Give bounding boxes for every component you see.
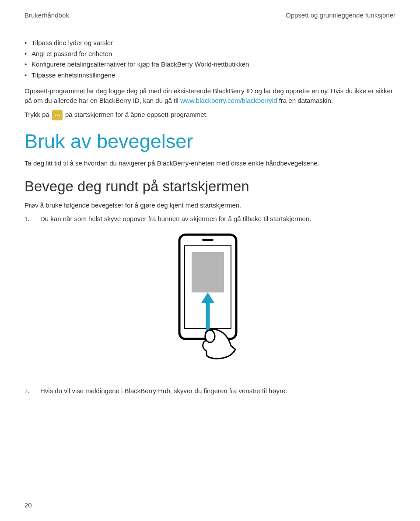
svg-point-1 (57, 114, 58, 116)
page-header: Brukerhåndbok Oppsett og grunnleggende f… (24, 11, 396, 19)
list-item: Tilpasse enhetsinnstillingene (24, 70, 396, 81)
setup-bullet-list: Tilpass dine lyder og varsler Angi et pa… (24, 38, 396, 80)
gear-icon (54, 112, 61, 119)
step-text: Du kan når som helst skyve oppover fra b… (40, 214, 311, 224)
setup-app-icon (52, 110, 63, 120)
para-text-after: fra en datamaskin. (277, 97, 333, 104)
phone-swipe-icon (166, 233, 254, 360)
svg-rect-5 (192, 252, 224, 292)
svg-rect-6 (202, 239, 214, 241)
step-text: Hvis du vil vise meldingene i BlackBerry… (40, 386, 287, 396)
home-screen-intro: Prøv å bruke følgende bevegelser for å g… (24, 201, 396, 210)
swipe-up-illustration (24, 233, 396, 360)
blackberryid-link[interactable]: www.blackberry.com/blackberryid (180, 97, 277, 104)
gestures-intro: Ta deg litt tid til å se hvordan du navi… (24, 158, 396, 168)
page-number: 20 (24, 501, 32, 509)
setup-paragraph: Oppsett-programmet lar deg logge deg på … (24, 86, 396, 106)
step-2: 2. Hvis du vil vise meldingene i BlackBe… (24, 386, 396, 396)
step-number: 1. (24, 214, 32, 224)
list-item: Tilpass dine lyder og varsler (24, 38, 396, 48)
header-left: Brukerhåndbok (24, 11, 69, 19)
tap-text-before: Trykk på (24, 110, 49, 120)
heading-gestures: Bruk av bevegelser (24, 130, 396, 153)
svg-point-2 (59, 114, 60, 116)
svg-point-0 (55, 114, 56, 116)
list-item: Konfigurere betalingsalternativer for kj… (24, 60, 396, 70)
tap-instruction: Trykk på på startskjermen for å åpne opp… (24, 110, 396, 120)
header-right: Oppsett og grunnleggende funksjoner (286, 11, 396, 19)
heading-home-screen: Bevege deg rundt på startskjermen (24, 178, 396, 195)
list-item: Angi et passord for enheten (24, 49, 396, 59)
step-1: 1. Du kan når som helst skyve oppover fr… (24, 214, 396, 224)
tap-text-after: på startskjermen for å åpne oppsett-prog… (65, 110, 208, 120)
svg-point-10 (205, 330, 215, 342)
step-number: 2. (24, 386, 32, 396)
